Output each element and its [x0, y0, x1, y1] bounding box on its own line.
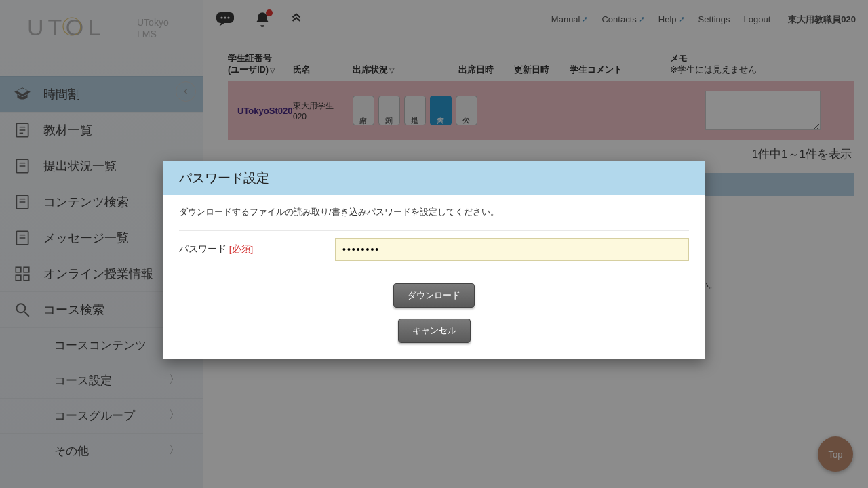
password-input[interactable]	[335, 238, 689, 261]
required-tag: [必須]	[229, 244, 254, 254]
modal-overlay[interactable]: パスワード設定 ダウンロードするファイルの読み取り/書き込みパスワードを設定して…	[0, 0, 868, 488]
modal-password-label: パスワード [必須]	[179, 243, 335, 256]
modal-password-field: パスワード [必須]	[179, 230, 689, 268]
modal-title: パスワード設定	[163, 161, 705, 195]
cancel-button[interactable]: キャンセル	[398, 319, 471, 343]
download-button[interactable]: ダウンロード	[393, 283, 475, 308]
password-modal: パスワード設定 ダウンロードするファイルの読み取り/書き込みパスワードを設定して…	[163, 161, 705, 359]
modal-description: ダウンロードするファイルの読み取り/書き込みパスワードを設定してください。	[179, 206, 689, 218]
